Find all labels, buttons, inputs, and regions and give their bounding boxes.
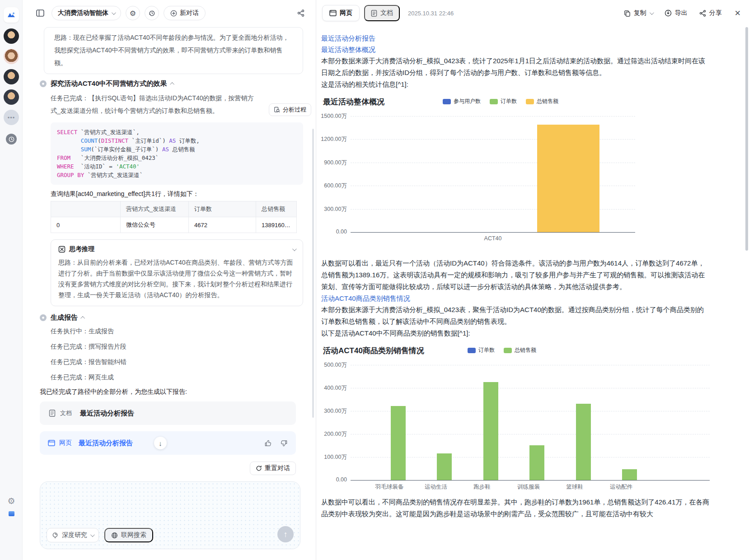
task-status-line: 任务已完成：撰写报告片段 <box>51 341 303 352</box>
message-composer[interactable]: 深度研究 联网搜索 ↑ <box>40 481 300 549</box>
legend-label: 总销售额 <box>537 98 558 105</box>
avatar-2[interactable] <box>4 49 19 64</box>
deep-research-label: 深度研究 <box>62 531 87 539</box>
thought-text: 思路：现在已经掌握了活动ACT40不同年龄段的参与情况。为了更全面地分析活动，我… <box>54 34 289 66</box>
step-marketing-effect[interactable]: 探究活动ACT40中不同营销方式的效果 <box>40 79 316 88</box>
sql-token: `活动ID` = <box>74 163 116 170</box>
report-section-link-overview[interactable]: 最近活动整体概况 <box>321 44 735 55</box>
bar <box>391 406 406 480</box>
deep-research-icon <box>52 532 59 539</box>
agent-settings-button[interactable]: ⚙ <box>126 6 140 20</box>
history-clock-icon[interactable] <box>6 134 17 145</box>
sql-token: `大消费活动分析_模拟_0423` <box>70 154 159 161</box>
export-button[interactable]: 导出 <box>665 9 688 17</box>
bar <box>483 382 498 480</box>
legend-item[interactable]: 总销售额 <box>526 98 558 105</box>
avatar-3[interactable] <box>4 69 19 84</box>
bar <box>529 445 544 480</box>
legend-item[interactable]: 订单数 <box>490 98 517 105</box>
y-axis-tick: 100.00万 <box>312 453 347 461</box>
sql-token: DISTINCT <box>101 137 128 144</box>
thumbs-down-icon[interactable] <box>280 439 288 447</box>
web-report-link[interactable]: 最近活动分析报告 <box>79 439 133 448</box>
analysis-process-button[interactable]: 分析过程 <box>269 103 311 116</box>
sql-token: `营销方式_发送渠道` <box>84 172 143 178</box>
legend-swatch <box>443 99 451 104</box>
gridline <box>351 116 635 117</box>
new-chat-button[interactable]: 新对话 <box>164 6 206 20</box>
y-axis-tick: 400.00万 <box>312 384 347 392</box>
deep-research-toggle[interactable]: 深度研究 <box>47 528 99 542</box>
thinking-body: 思路：从目前的分析来看，已经对活动ACT40在商品类别、年龄段、营销方式等方面进… <box>58 257 295 300</box>
x-axis-line <box>351 232 635 233</box>
sql-token: `主订单id`) <box>128 137 169 144</box>
report-paragraph: 从数据可以看出，最近只有一个活动（活动ID为ACT40）符合筛选条件。该活动的参… <box>321 257 710 293</box>
copy-label: 复制 <box>634 9 646 17</box>
magnifier-doc-icon <box>274 107 280 113</box>
reset-conversation-button[interactable]: 重置对话 <box>250 462 296 475</box>
chart-legend: 参与用户数订单数总销售额 <box>443 98 558 105</box>
sql-token <box>57 146 81 153</box>
y-axis-tick: 1200.00万 <box>312 135 347 143</box>
table-cell: 1389160… <box>256 217 297 233</box>
report-body[interactable]: 最近活动分析报告 最近活动整体概况 本部分数据来源于大消费活动分析_模拟_042… <box>317 26 749 520</box>
tab-document[interactable]: 文档 <box>364 5 400 21</box>
sql-token: GROUP BY <box>57 172 84 178</box>
reset-label: 重置对话 <box>265 464 290 472</box>
share-icon <box>699 10 706 17</box>
y-axis-tick: 0.00 <box>312 229 347 235</box>
table-header-cell <box>51 201 121 217</box>
document-report-card[interactable]: 文档 最近活动分析报告 <box>40 401 296 425</box>
collapse-chevron-icon[interactable] <box>80 316 85 321</box>
chart-title: 最近活动整体概况 <box>323 97 384 107</box>
more-avatars-button[interactable]: ••• <box>4 110 19 125</box>
mini-logo <box>9 511 14 516</box>
chevron-down-icon[interactable] <box>292 247 297 251</box>
history-button[interactable] <box>145 6 159 20</box>
table-cell: 0 <box>51 217 121 233</box>
chevron-down-icon <box>650 10 654 15</box>
query-result-table: 营销方式_发送渠道订单数总销售额 0微信公众号46721389160… <box>51 201 297 233</box>
close-panel-icon[interactable]: ✕ <box>734 9 742 18</box>
y-axis-tick: 0.00 <box>312 476 347 483</box>
copy-button[interactable]: 复制 <box>624 9 653 17</box>
avatar-1[interactable] <box>4 28 19 44</box>
legend-item[interactable]: 参与用户数 <box>443 98 481 105</box>
sql-code-block[interactable]: SELECT `营销方式_发送渠道`, COUNT(DISTINCT `主订单i… <box>51 122 303 185</box>
step-bullet-icon <box>40 314 47 321</box>
export-label: 导出 <box>675 9 688 17</box>
legend-item[interactable]: 总销售额 <box>504 346 536 354</box>
share-conversation-icon[interactable] <box>294 6 308 20</box>
web-search-label: 联网搜索 <box>121 531 146 539</box>
y-axis-tick: 200.00万 <box>312 430 347 438</box>
x-axis-label: 跑步鞋 <box>455 483 509 491</box>
chat-scrollbar[interactable] <box>312 129 314 418</box>
agent-selector[interactable]: 大消费活动智能体 <box>51 6 121 20</box>
report-scrollbar[interactable] <box>745 27 748 251</box>
browser-icon <box>48 440 55 446</box>
y-axis-tick: 300.00万 <box>312 407 347 415</box>
legend-item[interactable]: 订单数 <box>468 346 495 354</box>
report-section-link-category[interactable]: 活动ACT40商品类别销售情况 <box>321 293 735 304</box>
web-search-toggle[interactable]: 联网搜索 <box>104 528 153 542</box>
chart-legend: 订单数总销售额 <box>468 346 536 354</box>
arrow-up-icon: ↑ <box>284 530 288 539</box>
report-paragraph: 这是活动的相关统计信息[^1]: <box>321 79 710 90</box>
report-title-link[interactable]: 最近活动分析报告 <box>321 33 735 44</box>
chat-scroll-area[interactable]: 思路：现在已经掌握了活动ACT40不同年龄段的参与情况。为了更全面地分析活动，我… <box>23 26 316 460</box>
chat-panel: 大消费活动智能体 ⚙ 新对话 思路：现在已经掌握了活动ACT40不同年龄段的参与… <box>23 0 316 560</box>
download-report-button[interactable]: ↓ <box>154 437 167 449</box>
send-button[interactable]: ↑ <box>277 526 294 542</box>
thinking-title: 思考推理 <box>69 245 94 253</box>
thumbs-up-icon[interactable] <box>264 439 272 447</box>
step-generate-report[interactable]: 生成报告 <box>40 313 316 322</box>
report-task-list: 任务执行中：生成报告任务已完成：撰写报告片段任务已完成：报告智能纠错任务已完成：… <box>23 326 316 383</box>
sidebar-toggle-icon[interactable] <box>33 6 47 20</box>
tab-webpage[interactable]: 网页 <box>322 5 360 21</box>
thinking-header[interactable]: 思考推理 <box>58 245 295 253</box>
collapse-chevron-icon[interactable] <box>170 82 174 87</box>
app-logo[interactable] <box>4 7 19 23</box>
avatar-4[interactable] <box>4 89 19 105</box>
share-button[interactable]: 分享 <box>699 9 722 17</box>
settings-gear-icon[interactable]: ⚙ <box>6 496 17 507</box>
